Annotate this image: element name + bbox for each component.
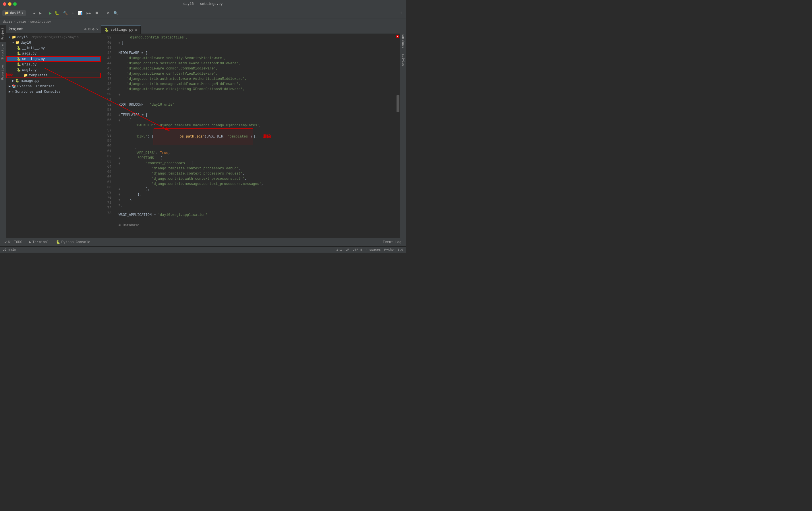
- tree-templates-folder[interactable]: 删除 📁 templates: [6, 72, 101, 78]
- line-ending[interactable]: LF: [345, 248, 349, 251]
- code-line-44: 'django.contrib.sessions.middleware.Sess…: [119, 61, 396, 66]
- settings-panel-icon[interactable]: ⚙: [92, 27, 94, 32]
- root-label: day16: [17, 35, 28, 39]
- traffic-lights: [3, 2, 17, 6]
- code-line-43: 'django.middleware.security.SecurityMidd…: [119, 56, 396, 61]
- code-line-66: ◉ ],: [119, 187, 396, 192]
- editor-area: 🐍 settings.py ✕ 39 40 41 42 43 44 45 46 …: [101, 25, 400, 238]
- run-button[interactable]: ▶: [49, 10, 52, 16]
- separator2: [46, 10, 46, 16]
- close-button[interactable]: [3, 2, 6, 6]
- code-line-39: 'django.contrib.staticfiles',: [119, 35, 396, 40]
- bottom-panel: ✔ 6: TODO ▶ Terminal 🐍 Python Console Ev…: [0, 238, 406, 246]
- maximize-button[interactable]: [13, 2, 17, 6]
- tree-day16-folder[interactable]: ▾ 📁 day16: [6, 40, 101, 46]
- back-button[interactable]: ◀: [32, 10, 36, 16]
- folder-icon: 📁: [5, 11, 9, 15]
- urls-py-label: urls.py: [22, 63, 36, 67]
- tree-asgi-py[interactable]: 🐍 asgi.py: [6, 51, 101, 56]
- tab-label: settings.py: [111, 28, 133, 32]
- debug-button[interactable]: 🐛: [53, 10, 60, 16]
- asgi-py-label: asgi.py: [22, 52, 36, 56]
- tree-init-py[interactable]: 🐍 __init__.py: [6, 46, 101, 51]
- code-line-41: [119, 46, 396, 51]
- tree-scratches[interactable]: ▶ ✏ Scratches and Consoles: [6, 89, 101, 94]
- delete-badge: 删除: [7, 73, 12, 77]
- panel-title: Project: [9, 27, 23, 31]
- event-log-label: Event Log: [383, 240, 401, 244]
- minimize-button[interactable]: [8, 2, 11, 6]
- code-line-71: WSGI_APPLICATION = 'day16.wsgi.applicati…: [119, 212, 396, 218]
- event-log-tab[interactable]: Event Log: [382, 238, 403, 246]
- encoding[interactable]: UTF-8: [353, 248, 362, 251]
- tree-settings-py[interactable]: 🐍 settings.py: [6, 56, 101, 62]
- cursor-position[interactable]: 1:1: [336, 248, 342, 251]
- scrollbar-area: ●: [396, 34, 400, 238]
- code-content[interactable]: 'django.contrib.staticfiles', ◉ ] MIDDLE…: [114, 34, 396, 238]
- python-version[interactable]: Python 3.9: [384, 248, 403, 251]
- lib-icon: 📚: [12, 84, 16, 88]
- stop-button[interactable]: ⏹: [94, 10, 100, 16]
- terminal-label: Terminal: [32, 240, 49, 244]
- file-tree: ▾ 📁 day16 ~/PycharmProjects/gx/day16 ▾ 📁…: [6, 33, 101, 238]
- coverage-button[interactable]: 📊: [77, 10, 84, 16]
- code-line-61: ◉ 'context_processors' : [: [119, 161, 396, 166]
- project-dropdown[interactable]: 📁 day16 ▾: [2, 10, 26, 16]
- manage-py-label: manage.py: [21, 79, 39, 83]
- add-button[interactable]: +: [399, 10, 404, 17]
- python-console-tab[interactable]: 🐍 Python Console: [55, 238, 92, 246]
- panel-header: Project ⊕ ⊟ ⚙ ✕: [6, 25, 101, 33]
- tab-close-icon[interactable]: ✕: [135, 28, 137, 32]
- code-line-48: 'django.contrib.messages.middleware.Mess…: [119, 82, 396, 87]
- py-icon6: 🐍: [15, 79, 20, 83]
- tree-wsgi-py[interactable]: 🐍 wsgi.py: [6, 67, 101, 72]
- folder-icon-templates: 📁: [24, 73, 28, 78]
- profile-button[interactable]: ⚡: [70, 10, 75, 16]
- scrollbar-thumb[interactable]: [397, 95, 399, 112]
- search-button[interactable]: 🔍: [112, 10, 119, 16]
- code-line-53: [119, 108, 396, 113]
- tree-external-libs[interactable]: ▶ 📚 External Libraries: [6, 84, 101, 89]
- sidebar-item-project[interactable]: Project: [0, 25, 6, 42]
- todo-tab[interactable]: ✔ 6: TODO: [3, 238, 24, 246]
- status-right: 1:1 LF UTF-8 4 spaces Python 3.9: [336, 248, 403, 251]
- python-console-icon: 🐍: [56, 240, 60, 244]
- scratches-label: Scratches and Consoles: [15, 90, 60, 94]
- code-line-65: 'django.contrib.messages.context_process…: [119, 181, 396, 187]
- dirs-value-box: os.path.join(BASE_DIR, 'templates'): [154, 128, 253, 145]
- settings-button[interactable]: ⚙: [106, 10, 111, 16]
- close-panel-icon[interactable]: ✕: [96, 27, 98, 32]
- code-line-50: ◉]: [119, 92, 396, 97]
- build-button[interactable]: 🔨: [62, 10, 69, 16]
- sidebar-tab-sciview[interactable]: SciView: [401, 52, 405, 68]
- code-line-45: 'django.middleware.common.CommonMiddlewa…: [119, 66, 396, 71]
- code-line-63: 'django.template.context_processors.requ…: [119, 171, 396, 176]
- expand-icon3: ▶: [9, 90, 11, 94]
- sidebar-tab-database[interactable]: Database: [401, 32, 405, 51]
- git-branch[interactable]: ⎇ main: [3, 248, 16, 251]
- sidebar-item-favorites[interactable]: Favorites: [0, 62, 6, 82]
- py-icon3: 🐍: [17, 57, 21, 61]
- error-badge: ●: [396, 35, 399, 38]
- run-config-button[interactable]: ▶▶: [85, 10, 92, 16]
- expand-icon: ▶: [12, 79, 14, 83]
- forward-button[interactable]: ▶: [38, 10, 43, 16]
- indent-size[interactable]: 4 spaces: [366, 248, 381, 251]
- code-line-60: ◉ 'OPTIONS' : {: [119, 156, 396, 161]
- sidebar-item-structure[interactable]: Structure: [0, 42, 6, 62]
- main-layout: Project Structure Favorites Project ⊕ ⊟ …: [0, 25, 406, 238]
- breadcrumb-settings[interactable]: settings.py: [30, 20, 51, 24]
- tree-manage-py[interactable]: ▶ 🐍 manage.py: [6, 78, 101, 84]
- code-line-54: ◉ TEMPLATES = [: [119, 113, 396, 118]
- terminal-tab[interactable]: ▶ Terminal: [28, 238, 50, 246]
- breadcrumb-day16-root[interactable]: day16: [3, 20, 12, 24]
- breadcrumb-day16[interactable]: day16: [17, 20, 26, 24]
- tree-urls-py[interactable]: 🐍 urls.py: [6, 62, 101, 67]
- todo-icon: ✔: [5, 240, 7, 244]
- tree-root[interactable]: ▾ 📁 day16 ~/PycharmProjects/gx/day16: [6, 34, 101, 40]
- tab-settings-py[interactable]: 🐍 settings.py ✕: [101, 26, 141, 34]
- locate-icon[interactable]: ⊕: [84, 27, 87, 32]
- separator3: [103, 10, 103, 16]
- collapse-icon[interactable]: ⊟: [88, 27, 91, 32]
- toolbar: 📁 day16 ▾ ◀ ▶ ▶ 🐛 🔨 ⚡ 📊 ▶▶ ⏹ ⚙ 🔍 +: [0, 8, 406, 19]
